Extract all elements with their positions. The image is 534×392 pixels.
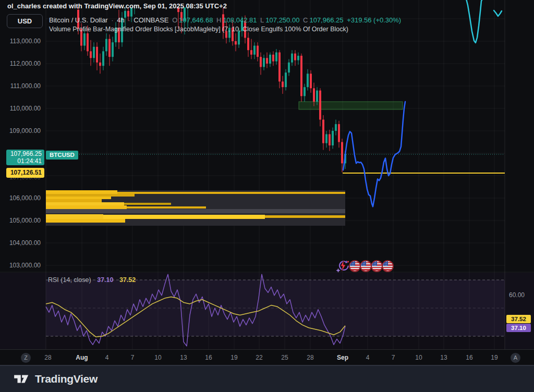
time-axis-label: 4 — [105, 354, 109, 361]
footer-bar: TradingView — [0, 365, 534, 392]
rsi-legend[interactable]: RSI (14, close) 37.10 37.52 — [48, 276, 136, 284]
low-value: 107,250.00 — [265, 16, 299, 24]
level-price-badge: 107,126.51 — [6, 168, 44, 178]
symbol-tag: BTCUSD — [46, 151, 78, 160]
time-axis-label: Sep — [337, 354, 348, 361]
last-price-badge: 107,966.25 01:24:41 — [6, 150, 44, 165]
footer-brand[interactable]: TradingView — [35, 373, 98, 385]
refresh-lightning-icon[interactable] — [336, 259, 350, 273]
tradingview-chart-snapshot: ol_charles created with TradingView.com,… — [0, 0, 534, 392]
price-axis-label: 111,000.00 — [0, 82, 41, 90]
symbol-legend: Bitcoin / U.S. Dollar · 4h · COINBASE O1… — [49, 16, 403, 24]
legend-separator: · — [128, 16, 130, 24]
low-label: L — [260, 16, 264, 24]
us-flag-event-icon[interactable] — [382, 260, 394, 272]
rsi-axis-label: 60.00 — [509, 291, 525, 299]
time-axis-label: 19 — [230, 354, 237, 361]
high-value: 108,042.81 — [223, 16, 257, 24]
snapshot-title: ol_charles created with TradingView.com,… — [7, 2, 227, 10]
price-axis-label: 103,000.00 — [0, 262, 41, 269]
last-price-value: 107,966.25 — [6, 150, 42, 157]
close-value: 107,966.25 — [309, 16, 343, 24]
exchange-label: COINBASE — [134, 16, 168, 24]
close-label: C — [303, 16, 308, 24]
indicator-legend[interactable]: Volume Profile Bar-Magnified Order Block… — [49, 26, 348, 33]
price-axis-label: 106,000.00 — [0, 194, 41, 202]
price-axis-label: 105,000.00 — [0, 217, 41, 224]
us-flag-event-icon[interactable] — [349, 260, 361, 272]
symbol-name[interactable]: Bitcoin / U.S. Dollar — [49, 16, 108, 24]
time-axis-label: 10 — [154, 354, 161, 361]
bar-countdown: 01:24:41 — [6, 157, 42, 165]
currency-button[interactable]: USD — [7, 14, 43, 28]
high-label: H — [216, 16, 221, 24]
rsi-value-badge: 37.10 — [506, 324, 531, 332]
time-axis-label: 4 — [366, 354, 370, 361]
auto-scale-button[interactable]: A — [511, 353, 520, 363]
time-axis-label: 13 — [180, 354, 187, 361]
rsi-ma-badge: 37.52 — [506, 315, 531, 323]
time-axis-label: 16 — [205, 354, 212, 361]
change-value: +319.56 (+0.30%) — [347, 16, 401, 24]
price-axis-label: 113,000.00 — [0, 38, 41, 45]
open-label: O — [172, 16, 177, 24]
open-value: 107,646.68 — [179, 16, 213, 24]
time-axis-label: 13 — [440, 354, 447, 361]
us-flag-event-icon[interactable] — [360, 260, 372, 272]
time-axis-label: 7 — [131, 354, 135, 361]
time-axis-label: Aug — [76, 354, 88, 361]
price-axis-label: 110,000.00 — [0, 105, 41, 112]
rsi-label: RSI (14, close) — [48, 276, 91, 284]
event-markers — [336, 259, 394, 273]
scroll-left-button[interactable]: Z — [21, 353, 31, 363]
price-axis-label: 104,000.00 — [0, 239, 41, 247]
timeframe-label[interactable]: 4h — [117, 16, 124, 24]
legend-separator: · — [111, 16, 113, 24]
time-axis-label: 25 — [281, 354, 288, 361]
time-axis-label: 22 — [256, 354, 262, 361]
price-axis-label: 112,000.00 — [0, 60, 41, 67]
time-axis-label: 28 — [307, 354, 313, 361]
time-axis-label: 10 — [415, 354, 422, 361]
tradingview-logo-icon[interactable] — [14, 372, 29, 386]
time-axis-label: 16 — [466, 354, 472, 361]
price-axis-label: 109,000.00 — [0, 127, 41, 134]
price-chart-canvas[interactable] — [0, 0, 534, 365]
time-axis-label: 7 — [392, 354, 395, 361]
time-axis-label: 28 — [44, 354, 51, 361]
rsi-value: 37.10 — [97, 276, 113, 284]
rsi-ma-value: 37.52 — [119, 276, 136, 284]
us-flag-event-icon[interactable] — [371, 260, 383, 272]
time-axis-label: 19 — [491, 354, 497, 361]
